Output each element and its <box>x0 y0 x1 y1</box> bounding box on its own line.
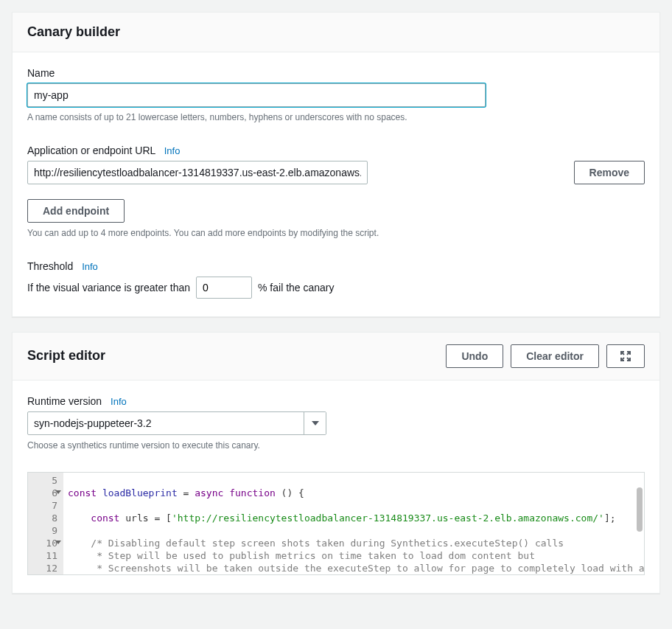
code-editor[interactable]: 5 6 7 8 9 10 11 12 const loadBlueprint =… <box>27 472 645 575</box>
remove-endpoint-button[interactable]: Remove <box>574 161 645 184</box>
script-editor-header: Script editor Undo Clear editor <box>13 333 659 380</box>
threshold-input[interactable] <box>196 277 252 299</box>
runtime-label: Runtime version <box>27 395 102 407</box>
canary-builder-title: Canary builder <box>27 24 120 40</box>
script-editor-title: Script editor <box>27 348 105 364</box>
undo-button[interactable]: Undo <box>446 344 503 368</box>
canary-builder-header: Canary builder <box>13 13 659 52</box>
endpoint-hint: You can add up to 4 more endpoints. You … <box>27 227 645 240</box>
name-input[interactable] <box>27 83 486 107</box>
canary-builder-panel: Canary builder Name A name consists of u… <box>12 12 660 317</box>
endpoint-label: Application or endpoint URL <box>27 145 155 156</box>
threshold-info-link[interactable]: Info <box>82 261 98 272</box>
threshold-suffix: % fail the canary <box>258 282 335 293</box>
runtime-info-link[interactable]: Info <box>111 396 127 407</box>
script-editor-panel: Script editor Undo Clear editor Runtime … <box>12 332 660 594</box>
fullscreen-icon <box>620 350 631 362</box>
threshold-label: Threshold <box>27 260 73 272</box>
code-content[interactable]: const loadBlueprint = async function () … <box>63 473 644 574</box>
name-label: Name <box>27 67 645 79</box>
code-scrollbar[interactable] <box>637 487 643 532</box>
canary-builder-body: Name A name consists of up to 21 lowerca… <box>13 52 659 316</box>
script-editor-actions: Undo Clear editor <box>446 344 645 368</box>
endpoint-info-link[interactable]: Info <box>164 145 181 156</box>
add-endpoint-button[interactable]: Add endpoint <box>27 199 125 223</box>
code-gutter: 5 6 7 8 9 10 11 12 <box>28 473 63 574</box>
runtime-hint: Choose a synthetics runtime version to e… <box>27 439 645 452</box>
threshold-prefix: If the visual variance is greater than <box>27 282 190 293</box>
runtime-select[interactable]: syn-nodejs-puppeteer-3.2 <box>27 411 326 435</box>
script-editor-body: Runtime version Info syn-nodejs-puppetee… <box>13 380 659 594</box>
name-hint: A name consists of up to 21 lowercase le… <box>27 111 645 124</box>
clear-editor-button[interactable]: Clear editor <box>511 344 599 368</box>
endpoint-input[interactable] <box>27 161 368 184</box>
fullscreen-button[interactable] <box>606 344 645 368</box>
